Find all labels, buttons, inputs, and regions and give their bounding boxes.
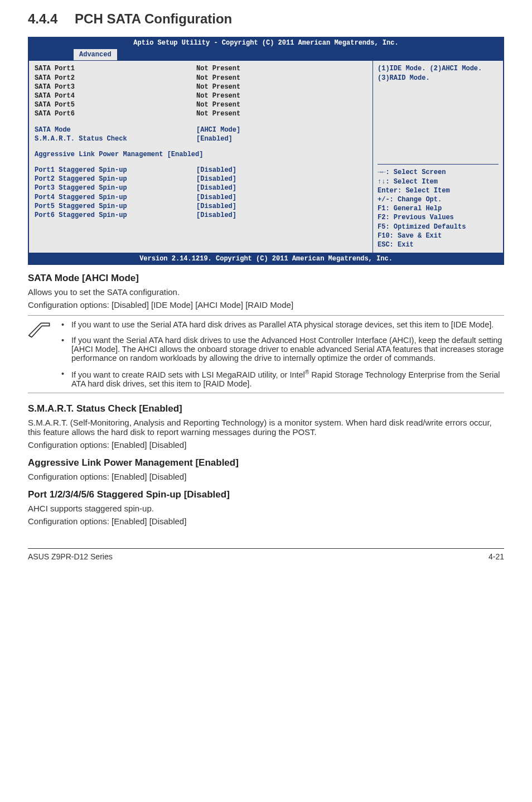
- bios-row[interactable]: Port2 Staggered Spin-up[Disabled]: [35, 175, 367, 183]
- heading-aggressive: Aggressive Link Power Management [Enable…: [28, 457, 504, 468]
- bios-right-panel: (1)IDE Mode. (2)AHCI Mode.(3)RAID Mode. …: [373, 60, 504, 253]
- bios-spinup-value: [Disabled]: [196, 175, 236, 183]
- bios-row[interactable]: Port5 Staggered Spin-up[Disabled]: [35, 202, 367, 211]
- page-footer: ASUS Z9PR-D12 Series 4-21: [28, 548, 504, 561]
- bios-help-line: (1)IDE Mode. (2)AHCI Mode.: [378, 64, 499, 73]
- bios-row: SATA Port2Not Present: [35, 74, 367, 83]
- bios-spinup-value: [Disabled]: [196, 183, 236, 192]
- bios-port-label: SATA Port6: [35, 109, 196, 118]
- footer-right: 4-21: [489, 552, 504, 561]
- note-item-3: If you want to create RAID sets with LSI…: [61, 369, 504, 388]
- section-title: PCH SATA Configuration: [75, 11, 232, 26]
- bios-spinup-value: [Disabled]: [196, 202, 236, 211]
- bios-nav-line: →←: Select Screen: [378, 168, 499, 177]
- bios-port-value: Not Present: [196, 109, 240, 118]
- bios-nav-line: F1: General Help: [378, 204, 499, 213]
- bios-option-value: [Enabled]: [196, 134, 233, 143]
- text-staggered-opts: Configuration options: [Enabled] [Disabl…: [28, 516, 504, 526]
- note-list: If you want to use the Serial ATA hard d…: [61, 320, 504, 388]
- footer-left: ASUS Z9PR-D12 Series: [28, 552, 113, 561]
- bios-footer: Version 2.14.1219. Copyright (C) 2011 Am…: [28, 253, 504, 264]
- bios-spinup-value: [Disabled]: [196, 211, 236, 220]
- section-heading: 4.4.4 PCH SATA Configuration: [28, 11, 504, 27]
- bios-nav-line: ESC: Exit: [378, 240, 499, 249]
- bios-nav-line: F5: Optimized Defaults: [378, 223, 499, 231]
- bios-tab-advanced[interactable]: Advanced: [73, 49, 118, 60]
- note-item-1: If you want to use the Serial ATA hard d…: [61, 320, 504, 329]
- bios-port-value: Not Present: [196, 83, 240, 91]
- bios-port-value: Not Present: [196, 91, 240, 100]
- text-aggressive-opts: Configuration options: [Enabled] [Disabl…: [28, 472, 504, 481]
- bios-spinup-value: [Disabled]: [196, 166, 236, 175]
- text-sata-mode-opts: Configuration options: [Disabled] [IDE M…: [28, 300, 504, 310]
- text-smart-opts: Configuration options: [Enabled] [Disabl…: [28, 440, 504, 450]
- bios-body: SATA Port1Not PresentSATA Port2Not Prese…: [28, 60, 504, 253]
- bios-left-panel: SATA Port1Not PresentSATA Port2Not Prese…: [28, 60, 373, 253]
- heading-smart: S.M.A.R.T. Status Check [Enabled]: [28, 403, 504, 414]
- bios-option-value: [AHCI Mode]: [196, 125, 240, 134]
- bios-port-label: SATA Port1: [35, 64, 196, 73]
- bios-row: SATA Port3Not Present: [35, 83, 367, 91]
- text-smart-desc: S.M.A.R.T. (Self-Monitoring, Analysis an…: [28, 418, 504, 437]
- text-sata-mode-desc: Allows you to set the SATA configuration…: [28, 287, 504, 297]
- section-number: 4.4.4: [28, 11, 57, 26]
- bios-row[interactable]: S.M.A.R.T. Status Check[Enabled]: [35, 134, 367, 143]
- bios-spinup-value: [Disabled]: [196, 193, 236, 202]
- heading-sata-mode: SATA Mode [AHCI Mode]: [28, 273, 504, 284]
- bios-spinup-label: Port3 Staggered Spin-up: [35, 183, 196, 192]
- bios-aggressive-link[interactable]: Aggressive Link Power Management [Enable…: [35, 150, 367, 159]
- note-item-2: If you want the Serial ATA hard disk dri…: [61, 336, 504, 363]
- bios-row[interactable]: Port1 Staggered Spin-up[Disabled]: [35, 166, 367, 175]
- bios-spinup-label: Port4 Staggered Spin-up: [35, 193, 196, 202]
- bios-option-label: SATA Mode: [35, 125, 196, 134]
- note-box: If you want to use the Serial ATA hard d…: [28, 315, 504, 393]
- bios-titlebar: Aptio Setup Utility - Copyright (C) 2011…: [28, 37, 504, 49]
- bios-port-value: Not Present: [196, 64, 240, 73]
- bios-row: SATA Port6Not Present: [35, 109, 367, 118]
- bios-spinup-label: Port5 Staggered Spin-up: [35, 202, 196, 211]
- bios-nav-line: +/-: Change Opt.: [378, 195, 499, 204]
- bios-row[interactable]: Port3 Staggered Spin-up[Disabled]: [35, 183, 367, 192]
- text-staggered-desc: AHCI supports staggered spin-up.: [28, 504, 504, 513]
- bios-row[interactable]: SATA Mode[AHCI Mode]: [35, 125, 367, 134]
- bios-port-label: SATA Port4: [35, 91, 196, 100]
- bios-port-value: Not Present: [196, 100, 240, 109]
- bios-spinup-label: Port1 Staggered Spin-up: [35, 166, 196, 175]
- bios-port-label: SATA Port2: [35, 74, 196, 83]
- bios-row[interactable]: Port6 Staggered Spin-up[Disabled]: [35, 211, 367, 220]
- bios-port-value: Not Present: [196, 74, 240, 83]
- bios-row[interactable]: Port4 Staggered Spin-up[Disabled]: [35, 193, 367, 202]
- bios-row: SATA Port1Not Present: [35, 64, 367, 73]
- bios-help-line: (3)RAID Mode.: [378, 74, 499, 83]
- note-icon: [28, 320, 61, 341]
- bios-port-label: SATA Port5: [35, 100, 196, 109]
- bios-nav-line: Enter: Select Item: [378, 186, 499, 195]
- bios-help-text: (1)IDE Mode. (2)AHCI Mode.(3)RAID Mode.: [378, 64, 499, 165]
- heading-staggered: Port 1/2/3/4/5/6 Staggered Spin-up [Disa…: [28, 489, 504, 500]
- bios-tab-row: Advanced: [28, 49, 504, 60]
- bios-nav-line: F2: Previous Values: [378, 213, 499, 222]
- bios-port-label: SATA Port3: [35, 83, 196, 91]
- bios-option-label: S.M.A.R.T. Status Check: [35, 134, 196, 143]
- bios-row: SATA Port4Not Present: [35, 91, 367, 100]
- bios-nav-help: →←: Select Screen↑↓: Select ItemEnter: S…: [378, 168, 499, 249]
- bios-spinup-label: Port2 Staggered Spin-up: [35, 175, 196, 183]
- bios-nav-line: ↑↓: Select Item: [378, 177, 499, 186]
- bios-window: Aptio Setup Utility - Copyright (C) 2011…: [28, 37, 504, 265]
- bios-nav-line: F10: Save & Exit: [378, 231, 499, 240]
- bios-spinup-label: Port6 Staggered Spin-up: [35, 211, 196, 220]
- bios-row: SATA Port5Not Present: [35, 100, 367, 109]
